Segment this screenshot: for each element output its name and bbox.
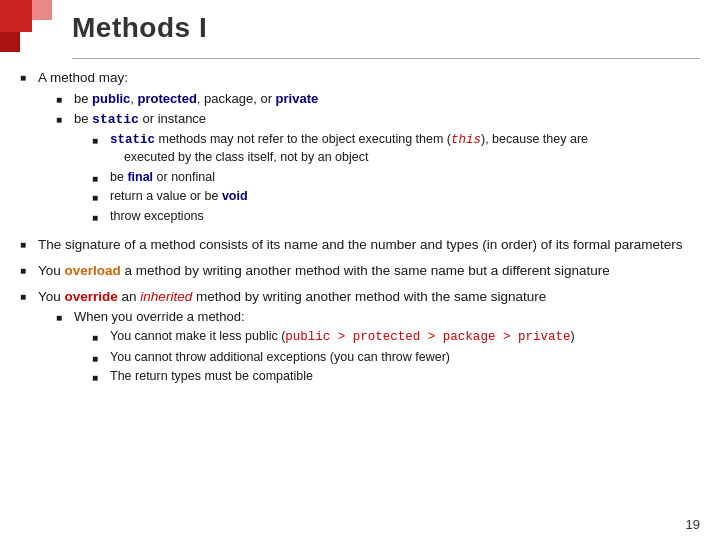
item-content: You overload a method by writing another… xyxy=(38,261,700,281)
page-number: 19 xyxy=(686,517,700,532)
list-item: ■ You cannot make it less public (public… xyxy=(92,328,700,347)
main-bullet-list: ■ A method may: ■ be public, protected, … xyxy=(20,68,700,390)
title-rule xyxy=(72,58,700,59)
list-item: ■ The return types must be compatible xyxy=(92,368,700,386)
list-item: ■ static methods may not refer to the ob… xyxy=(92,131,700,167)
bullet-icon: ■ xyxy=(20,264,38,279)
item-text: You cannot make it less public (public >… xyxy=(110,328,575,347)
item-content: The signature of a method consists of it… xyxy=(38,235,700,255)
item-text: You override an inherited method by writ… xyxy=(38,289,546,304)
bullet-icon: ■ xyxy=(56,93,74,107)
item-content: A method may: ■ be public, protected, pa… xyxy=(38,68,700,229)
list-item: ■ The signature of a method consists of … xyxy=(20,235,700,255)
list-item: ■ You cannot throw additional exceptions… xyxy=(92,349,700,367)
item-text: be final or nonfinal xyxy=(110,169,215,187)
sub-bullet-list: ■ be public, protected, package, or priv… xyxy=(56,90,700,228)
corner-decoration xyxy=(0,0,60,60)
subsub-bullet-list: ■ static methods may not refer to the ob… xyxy=(92,131,700,226)
item-content: You override an inherited method by writ… xyxy=(38,287,700,390)
bullet-icon: ■ xyxy=(92,371,110,385)
slide-content: ■ A method may: ■ be public, protected, … xyxy=(20,68,700,510)
bullet-icon: ■ xyxy=(20,290,38,305)
list-item: ■ be final or nonfinal xyxy=(92,169,700,187)
bullet-icon: ■ xyxy=(92,172,110,186)
slide-title: Methods I xyxy=(72,12,207,44)
bullet-icon: ■ xyxy=(92,352,110,366)
list-item: ■ throw exceptions xyxy=(92,208,700,226)
bullet-icon: ■ xyxy=(92,211,110,225)
list-item: ■ return a value or be void xyxy=(92,188,700,206)
bullet-icon: ■ xyxy=(92,134,110,148)
bullet-icon: ■ xyxy=(92,191,110,205)
item-text: The return types must be compatible xyxy=(110,368,313,386)
item-text: A method may: xyxy=(38,70,128,85)
item-text: When you override a method: xyxy=(74,309,245,324)
item-text: You cannot throw additional exceptions (… xyxy=(110,349,450,367)
bullet-icon: ■ xyxy=(92,331,110,345)
item-text: throw exceptions xyxy=(110,208,204,226)
bullet-icon: ■ xyxy=(56,311,74,325)
item-text: be public, protected, package, or privat… xyxy=(74,90,318,108)
item-content: When you override a method: ■ You cannot… xyxy=(74,308,700,388)
item-text: The signature of a method consists of it… xyxy=(38,237,683,252)
bullet-icon: ■ xyxy=(20,238,38,253)
item-text: static methods may not refer to the obje… xyxy=(110,131,588,167)
subsub-bullet-list: ■ You cannot make it less public (public… xyxy=(92,328,700,386)
sub-bullet-list: ■ When you override a method: ■ You cann… xyxy=(56,308,700,388)
item-text: You overload a method by writing another… xyxy=(38,263,610,278)
list-item: ■ be static or instance ■ static methods… xyxy=(56,110,700,228)
bullet-icon: ■ xyxy=(56,113,74,127)
list-item: ■ You overload a method by writing anoth… xyxy=(20,261,700,281)
item-text: be static or instance xyxy=(74,111,206,126)
item-text: return a value or be void xyxy=(110,188,248,206)
list-item: ■ When you override a method: ■ You cann… xyxy=(56,308,700,388)
bullet-icon: ■ xyxy=(20,71,38,86)
list-item: ■ be public, protected, package, or priv… xyxy=(56,90,700,108)
list-item: ■ You override an inherited method by wr… xyxy=(20,287,700,390)
item-content: be static or instance ■ static methods m… xyxy=(74,110,700,228)
list-item: ■ A method may: ■ be public, protected, … xyxy=(20,68,700,229)
